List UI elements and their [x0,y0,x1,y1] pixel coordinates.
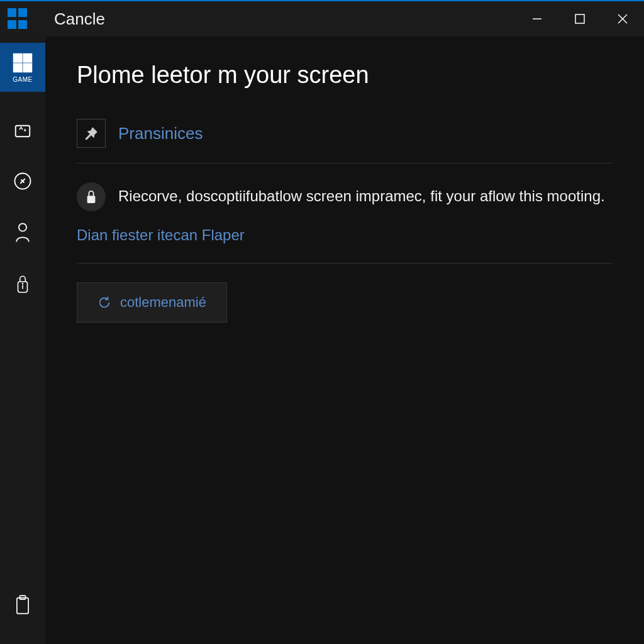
svg-rect-8 [16,126,30,137]
svg-point-13 [22,283,23,284]
svg-rect-7 [23,64,31,72]
pin-icon [83,125,99,142]
section-title[interactable]: Pransinices [118,124,203,143]
close-button[interactable] [601,1,644,36]
svg-rect-1 [575,14,584,23]
svg-rect-5 [23,53,31,62]
svg-rect-6 [14,64,22,72]
sparkle-icon [13,120,32,139]
lock-info-icon [14,274,31,294]
svg-rect-4 [14,53,22,62]
sidebar-item-profile[interactable] [4,213,42,253]
lock-icon [84,189,98,204]
lock-icon-circle [77,182,106,211]
sidebar-label-game: GAME [13,76,32,83]
info-text: Riecorve, doscoptiifubatlow screen impra… [118,182,605,208]
refresh-icon [97,296,111,309]
refresh-button-label: cotlemenamié [120,294,206,311]
window-title: Cancle [54,9,105,29]
windows-logo-icon [8,8,29,30]
main-content: Plome leetor m your screen Pransinices R… [45,36,644,644]
app-body: GAME [0,36,644,644]
clipboard-icon [14,595,31,615]
person-icon [13,222,32,243]
svg-point-10 [19,223,26,231]
section-header: Pransinices [77,119,613,164]
maximize-button[interactable] [558,1,601,36]
help-link[interactable]: Dian fiester itecan Flaper [77,226,613,264]
minimize-button[interactable] [516,1,558,36]
window-controls [516,1,644,36]
svg-rect-14 [17,598,28,614]
svg-rect-16 [87,196,96,203]
refresh-button[interactable]: cotlemenamié [77,282,227,323]
titlebar: Cancle [0,1,644,36]
page-title: Plome leetor m your screen [77,62,613,89]
sidebar: GAME [0,36,45,644]
sidebar-item-library[interactable] [4,585,42,625]
sidebar-item-compass[interactable] [4,161,42,201]
sidebar-item-security[interactable] [4,264,42,304]
sidebar-item-effects[interactable] [4,109,42,150]
compass-icon [13,172,32,191]
sidebar-item-game[interactable]: GAME [0,43,45,92]
pin-icon-box [77,119,106,148]
info-row: Riecorve, doscoptiifubatlow screen impra… [77,182,613,211]
